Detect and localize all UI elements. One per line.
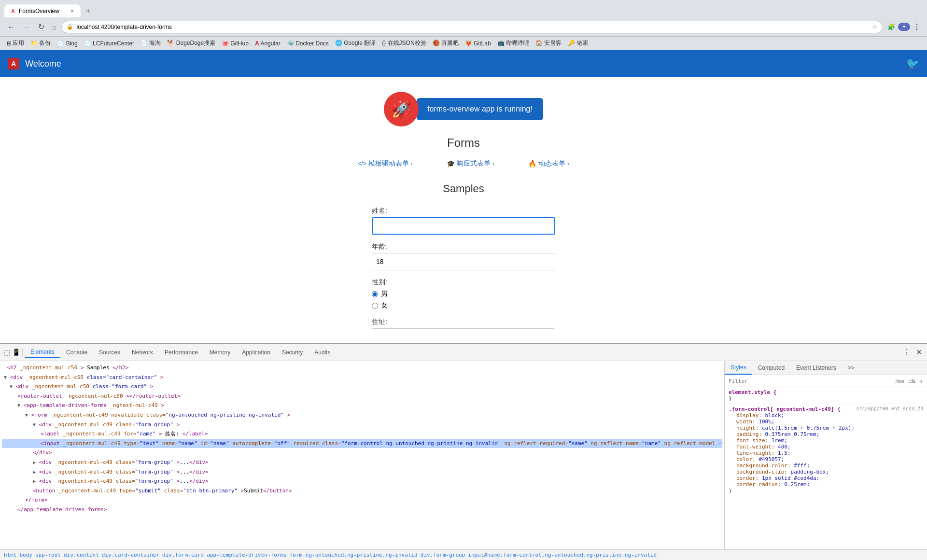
tab-security[interactable]: Security: [276, 347, 309, 358]
chevron-right-icon-0: ›: [411, 160, 413, 167]
devtools-body: <h2 _ngcontent-mul-c50 > Samples </h2> ▼…: [0, 361, 927, 368]
address-label: 住址:: [372, 318, 555, 326]
app-title: Welcome: [25, 59, 61, 69]
nav-link-template[interactable]: </> 模板驱动表单 ›: [358, 159, 412, 168]
app-branding: A Welcome: [8, 58, 61, 70]
styles-tab-styles[interactable]: Styles: [725, 361, 752, 368]
devtools-toolbar: ⬚ 📱 Elements Console Sources Network Per…: [0, 344, 927, 361]
chevron-right-icon-2: ›: [567, 160, 569, 167]
lock-icon: 🔒: [67, 24, 73, 30]
bookmark-docker[interactable]: 🐳 Docker Docs: [284, 39, 332, 48]
gender-female-radio[interactable]: [372, 303, 378, 309]
bookmark-gitlab[interactable]: 🦊 GitLab: [462, 39, 494, 48]
gender-radio-group: 男 女: [372, 290, 555, 310]
extensions-button[interactable]: 🧩: [886, 22, 897, 31]
gender-male-label: 男: [381, 290, 388, 298]
age-input[interactable]: [372, 253, 555, 270]
chevron-right-icon-1: ›: [492, 160, 494, 167]
reload-button[interactable]: ↻: [36, 21, 47, 32]
dynamic-icon: 🔥: [528, 160, 536, 168]
bookmark-angular[interactable]: A Angular: [252, 39, 283, 48]
gender-male-radio[interactable]: [372, 291, 378, 297]
home-button[interactable]: ⌂: [50, 22, 58, 32]
running-badge: forms-overview app is running!: [417, 98, 543, 120]
nav-link-dynamic-label: 动态表单: [538, 159, 565, 168]
nav-link-reactive-label: 响应式表单: [457, 159, 491, 168]
page-title: Forms: [447, 136, 480, 150]
form-group-address: 住址:: [372, 318, 555, 346]
tab-performance[interactable]: Performance: [159, 347, 204, 358]
tab-network[interactable]: Network: [126, 347, 159, 358]
samples-title: Samples: [443, 182, 484, 195]
form-group-name: 姓名:: [372, 207, 555, 235]
running-text: forms-overview app is running!: [427, 105, 533, 113]
close-tab-button[interactable]: ×: [70, 8, 74, 14]
url-input[interactable]: [76, 24, 869, 30]
main-content: 🚀 forms-overview app is running! Forms <…: [0, 77, 927, 368]
tab-audits[interactable]: Audits: [309, 347, 336, 358]
browser-tab[interactable]: A FormsOverview ×: [4, 4, 81, 17]
styles-tab-event-listeners[interactable]: Event Listeners: [790, 361, 842, 368]
app-header: A Welcome 🐦: [0, 50, 927, 77]
back-button[interactable]: ←: [5, 22, 17, 32]
bookmark-backup[interactable]: 📁 备份: [28, 38, 54, 48]
bookmark-apps[interactable]: ⊞ 应用: [4, 38, 27, 48]
styles-tabs-bar: Styles Computed Event Listeners >>: [725, 361, 927, 368]
form-container: 姓名: 年龄: 性别: 男 女 住址:: [372, 207, 555, 353]
tab-console[interactable]: Console: [60, 347, 93, 358]
address-bar: ← → ↻ ⌂ 🔒 ☆ 🧩 ✦ ⋮: [0, 17, 927, 37]
bookmark-haitao[interactable]: 📄 海淘: [138, 38, 164, 48]
gender-male-option[interactable]: 男: [372, 290, 555, 298]
inspect-element-button[interactable]: ⬚: [4, 349, 10, 356]
nav-link-dynamic[interactable]: 🔥 动态表单 ›: [528, 159, 569, 168]
device-toolbar-button[interactable]: 📱: [12, 349, 20, 356]
close-devtools-button[interactable]: ✕: [913, 348, 925, 357]
more-tools-button[interactable]: ⋮: [899, 348, 913, 357]
bookmark-lcfuture[interactable]: 📄 LCFutureCenter: [81, 39, 137, 48]
more-menu-button[interactable]: ⋮: [912, 21, 922, 32]
age-label: 年龄:: [372, 242, 555, 251]
bookmark-bilibili[interactable]: 📺 哔哩哔哩: [494, 38, 532, 48]
bookmark-json[interactable]: {} 在线JSON校验: [379, 38, 429, 48]
bookmark-blog[interactable]: 📄 Blog: [54, 39, 80, 48]
bookmarks-bar: ⊞ 应用 📁 备份 📄 Blog 📄 LCFutureCenter 📄 海淘 🐕…: [0, 37, 927, 50]
gender-label: 性别:: [372, 278, 555, 287]
form-group-age: 年龄:: [372, 242, 555, 270]
tab-elements[interactable]: Elements: [25, 347, 60, 358]
elements-panel[interactable]: <h2 _ngcontent-mul-c50 > Samples </h2> ▼…: [0, 361, 724, 368]
tab-application[interactable]: Application: [236, 347, 276, 358]
forward-button[interactable]: →: [20, 22, 33, 32]
browser-chrome: A FormsOverview × +: [0, 0, 927, 17]
bookmark-zhibo[interactable]: 🏀 直播吧: [430, 38, 462, 48]
twitter-icon: 🐦: [906, 57, 919, 70]
new-tab-button[interactable]: +: [81, 5, 95, 17]
star-icon: ☆: [872, 23, 878, 30]
bookmark-anjuke[interactable]: 🏠 安居客: [533, 38, 564, 48]
bookmark-lianjia[interactable]: 🔑 链家: [565, 38, 591, 48]
url-bar[interactable]: 🔒 ☆: [61, 21, 883, 33]
bookmark-dogedoge[interactable]: 🐕 DogeDoge搜索: [164, 38, 218, 48]
nav-link-template-label: 模板驱动表单: [368, 159, 409, 168]
form-group-gender: 性别: 男 女: [372, 278, 555, 310]
gender-female-label: 女: [381, 301, 388, 310]
tab-sources[interactable]: Sources: [93, 347, 126, 358]
devtools: ⬚ 📱 Elements Console Sources Network Per…: [0, 343, 927, 368]
tab-title: FormsOverview: [19, 8, 59, 14]
reactive-icon: 🎓: [447, 160, 455, 168]
bookmark-translate[interactable]: 🌐 Google 翻译: [332, 38, 379, 48]
element-line-0[interactable]: <h2 _ngcontent-mul-c50 > Samples </h2>: [2, 363, 722, 368]
profile-button[interactable]: ✦: [898, 23, 910, 31]
styles-tab-more[interactable]: >>: [842, 361, 860, 368]
styles-tab-computed[interactable]: Computed: [752, 361, 790, 368]
styles-panel: Styles Computed Event Listeners >> :hov …: [724, 361, 927, 368]
rocket-icon: 🚀: [391, 99, 411, 119]
tab-memory[interactable]: Memory: [204, 347, 236, 358]
tab-favicon: A: [11, 8, 15, 14]
gender-female-option[interactable]: 女: [372, 301, 555, 310]
nav-link-reactive[interactable]: 🎓 响应式表单 ›: [447, 159, 494, 168]
hero-section: 🚀 forms-overview app is running!: [384, 92, 543, 126]
name-input[interactable]: [372, 217, 555, 235]
bookmark-github[interactable]: 🐙 GitHub: [219, 39, 252, 48]
rocket-circle: 🚀: [384, 92, 419, 126]
name-label: 姓名:: [372, 207, 555, 215]
